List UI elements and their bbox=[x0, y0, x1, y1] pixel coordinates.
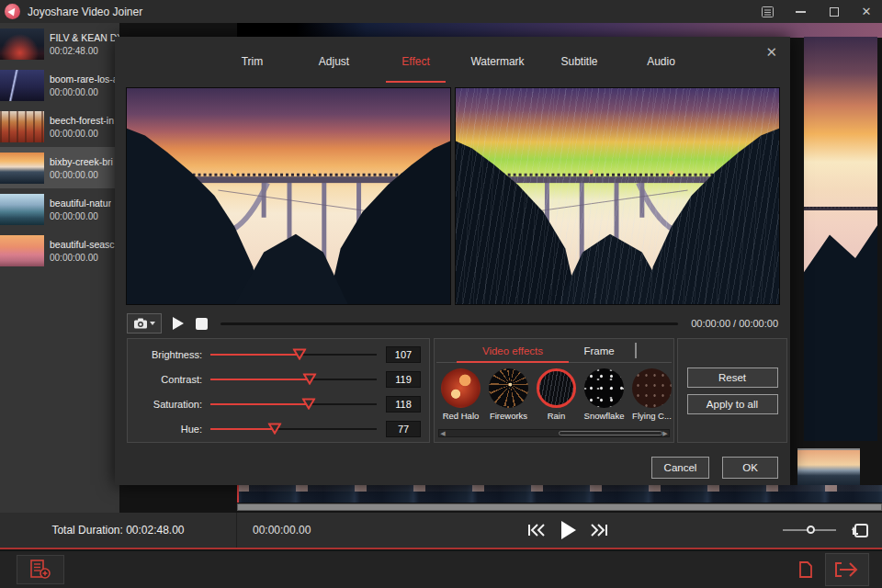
scroll-right-icon[interactable]: ▶ bbox=[662, 430, 669, 436]
snapshot-button[interactable] bbox=[127, 313, 162, 334]
brightness-slider-thumb[interactable] bbox=[292, 348, 306, 360]
contrast-slider[interactable] bbox=[210, 372, 377, 387]
effect-name: Rain bbox=[535, 411, 578, 421]
timeline-scrollbar[interactable] bbox=[237, 503, 882, 511]
apply-to-all-button[interactable]: Apply to all bbox=[687, 394, 778, 414]
video-duration: 00:00:00.00 bbox=[50, 253, 115, 263]
video-name: beech-forest-in bbox=[50, 115, 114, 126]
preview-stop-icon[interactable] bbox=[196, 318, 208, 330]
effect-item-fireworks[interactable]: Fireworks bbox=[487, 368, 530, 421]
sidebar-item[interactable]: beautiful-natur 00:00:00.00 bbox=[0, 188, 119, 230]
maximize-icon[interactable] bbox=[820, 0, 848, 23]
playhead-tick bbox=[237, 485, 239, 503]
export-button[interactable] bbox=[825, 553, 869, 586]
ok-button[interactable]: OK bbox=[722, 457, 778, 479]
minimize-icon[interactable] bbox=[786, 0, 814, 23]
effect-name: Snowflake bbox=[582, 411, 626, 421]
timeline-filmstrip[interactable] bbox=[237, 485, 882, 503]
video-thumbnail bbox=[0, 111, 44, 142]
bridge-deck-line bbox=[804, 207, 877, 210]
titlebar: Joyoshare Video Joiner ✕ bbox=[0, 0, 882, 23]
preview-progress-bar[interactable] bbox=[220, 322, 678, 325]
screen-switch-icon[interactable] bbox=[851, 521, 871, 545]
tab-adjust[interactable]: Adjust bbox=[293, 37, 375, 87]
contrast-row: Contrast: 119 bbox=[128, 367, 429, 391]
effects-tab-frame[interactable]: Frame bbox=[572, 339, 626, 363]
sidebar-item[interactable]: bixby-creek-bri 00:00:00.00 bbox=[0, 147, 119, 188]
sidebar-item[interactable]: beautiful-seasc 00:00:00.00 bbox=[0, 230, 119, 271]
video-duration: 00:00:00.00 bbox=[50, 129, 114, 139]
brightness-slider[interactable] bbox=[210, 347, 377, 362]
tab-separator bbox=[635, 343, 637, 358]
tab-trim[interactable]: Trim bbox=[211, 37, 293, 87]
effect-item-rain[interactable]: Rain bbox=[535, 368, 578, 421]
saturation-slider[interactable] bbox=[210, 397, 377, 412]
preview-play-icon[interactable] bbox=[173, 317, 184, 330]
actions-panel: Reset Apply to all bbox=[677, 338, 787, 443]
effects-scrollbar[interactable]: ◀ ▶ bbox=[438, 429, 670, 437]
video-duration: 00:02:48.00 bbox=[50, 46, 119, 56]
video-duration: 00:00:00.00 bbox=[50, 211, 111, 221]
fireworks-effect-icon bbox=[489, 368, 528, 408]
background-preview-top bbox=[237, 23, 882, 38]
skip-back-icon[interactable] bbox=[526, 521, 547, 539]
slider-label: Contrast: bbox=[136, 374, 202, 385]
saturation-slider-thumb[interactable] bbox=[301, 398, 315, 410]
total-duration: Total Duration: 00:02:48.00 bbox=[0, 513, 237, 548]
add-file-button[interactable] bbox=[17, 555, 64, 584]
hue-value[interactable]: 77 bbox=[386, 421, 421, 437]
tab-audio[interactable]: Audio bbox=[620, 37, 702, 87]
effects-scroll-thumb[interactable] bbox=[559, 431, 662, 435]
dialog-tab-bar: Trim Adjust Effect Watermark Subtitle Au… bbox=[211, 37, 702, 87]
play-icon[interactable] bbox=[559, 519, 577, 541]
menu-icon[interactable] bbox=[753, 0, 781, 23]
effect-item-flying[interactable]: Flying C... bbox=[630, 368, 673, 421]
cancel-button[interactable]: Cancel bbox=[651, 457, 709, 479]
snowflake-effect-icon bbox=[584, 368, 624, 408]
hue-row: Hue: 77 bbox=[128, 416, 429, 441]
document-icon[interactable] bbox=[790, 555, 821, 584]
snapshot-dropdown-icon[interactable] bbox=[150, 322, 155, 325]
tab-watermark[interactable]: Watermark bbox=[457, 37, 538, 87]
flying-effect-icon bbox=[632, 368, 672, 408]
preview-time: 00:00:00 / 00:00:00 bbox=[691, 318, 778, 329]
video-name: beautiful-seasc bbox=[50, 239, 115, 250]
sidebar-item[interactable]: boom-rare-los-a 00:00:00.00 bbox=[0, 64, 119, 106]
skip-forward-icon[interactable] bbox=[589, 521, 609, 539]
effects-tab-video-effects[interactable]: Video effects bbox=[457, 339, 569, 363]
tab-subtitle[interactable]: Subtitle bbox=[538, 37, 620, 87]
video-name: FILV & KEAN DYSSO... bbox=[50, 32, 119, 43]
effect-item-snowflake[interactable]: Snowflake bbox=[582, 368, 626, 421]
brightness-value[interactable]: 107 bbox=[386, 346, 421, 363]
hue-slider[interactable] bbox=[210, 422, 377, 436]
contrast-slider-thumb[interactable] bbox=[302, 373, 316, 385]
contrast-value[interactable]: 119 bbox=[386, 371, 421, 388]
mountain-silhouette bbox=[804, 207, 877, 441]
slider-label: Brightness: bbox=[136, 349, 202, 360]
hue-slider-thumb[interactable] bbox=[267, 423, 281, 435]
timeline-start-thumbnail bbox=[797, 448, 860, 489]
video-name: bixby-creek-bri bbox=[50, 156, 113, 167]
sidebar-item[interactable]: beech-forest-in 00:00:00.00 bbox=[0, 106, 119, 147]
video-thumbnail bbox=[0, 235, 44, 266]
scroll-left-icon[interactable]: ◀ bbox=[439, 430, 447, 436]
preview-effect bbox=[455, 87, 780, 305]
slider-label: Hue: bbox=[136, 424, 202, 435]
rain-effect-icon bbox=[537, 368, 576, 408]
volume-slider[interactable] bbox=[783, 529, 836, 531]
tab-effect[interactable]: Effect bbox=[375, 37, 457, 87]
window-title: Joyoshare Video Joiner bbox=[28, 6, 142, 18]
saturation-row: Saturation: 118 bbox=[128, 391, 429, 416]
video-thumbnail bbox=[0, 153, 44, 184]
saturation-value[interactable]: 118 bbox=[386, 396, 421, 413]
preview-original bbox=[126, 87, 451, 305]
close-icon[interactable]: ✕ bbox=[853, 0, 880, 23]
effect-item-red-halo[interactable]: Red Halo bbox=[439, 368, 482, 421]
reset-button[interactable]: Reset bbox=[687, 368, 778, 388]
playback-bar: Total Duration: 00:02:48.00 00:00:00.00 bbox=[0, 513, 882, 549]
sidebar-item[interactable]: FILV & KEAN DYSSO... 00:02:48.00 bbox=[0, 23, 119, 64]
volume-knob[interactable] bbox=[807, 526, 815, 534]
effect-name: Flying C... bbox=[630, 411, 673, 421]
effects-panel: Video effects Frame Red Halo Fireworks R… bbox=[434, 338, 674, 443]
dialog-close-icon[interactable]: ✕ bbox=[765, 44, 777, 61]
